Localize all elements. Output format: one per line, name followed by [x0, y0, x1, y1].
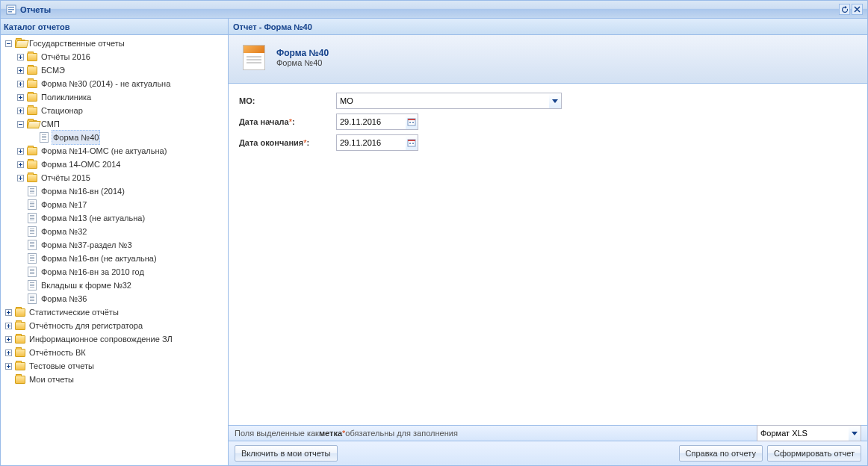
- tree-node[interactable]: Форма №16-вн за 2010 год: [1, 265, 228, 279]
- report-panel-header: Отчет - Форма №40: [229, 19, 867, 35]
- folder-open-icon: [14, 37, 26, 49]
- bottom-toolbar: Включить в мои отчеты Справка по отчету …: [229, 441, 867, 465]
- svg-rect-2: [8, 9, 14, 10]
- tree-node[interactable]: Форма №16-вн (2014): [1, 184, 228, 198]
- tree-label: Вкладыш к форме №32: [40, 279, 133, 292]
- document-icon: [26, 279, 38, 291]
- close-button[interactable]: [852, 4, 863, 15]
- tree-label: Форма №16-вн (2014): [40, 184, 126, 198]
- folder-icon: [26, 158, 38, 170]
- reports-window: Отчеты Каталог отчетов Государственные о…: [0, 0, 868, 466]
- tree-label: Стационар: [40, 104, 84, 117]
- note-bar: Поля выделенные как метка* обязательны д…: [229, 425, 867, 441]
- folder-icon: [26, 91, 38, 103]
- tree-node[interactable]: Форма №14-ОМС (не актуальна): [1, 144, 228, 158]
- tree-node[interactable]: Тестовые отчеты: [1, 359, 228, 373]
- tree-label: Форма №16-вн за 2010 год: [40, 265, 146, 279]
- include-button[interactable]: Включить в мои отчеты: [235, 445, 338, 462]
- report-panel: Отчет - Форма №40 Форма №40 Форма №40 МО…: [229, 19, 867, 465]
- date-end-field[interactable]: [336, 134, 418, 151]
- tree-label: Отчётность ВК: [28, 346, 87, 359]
- report-icon: [239, 43, 269, 72]
- chevron-down-icon[interactable]: [549, 93, 562, 109]
- tree-node[interactable]: Форма №32: [1, 225, 228, 238]
- tree-label: Государственные отчеты: [28, 37, 126, 50]
- tree-node[interactable]: Статистические отчёты: [1, 305, 228, 319]
- document-icon: [26, 185, 38, 197]
- window-title-bar: Отчеты: [1, 1, 867, 19]
- tree-node[interactable]: Форма №36: [1, 292, 228, 305]
- document-icon: [26, 252, 38, 264]
- folder-icon: [26, 172, 38, 184]
- tree-node-root[interactable]: Государственные отчеты: [1, 37, 228, 50]
- window-tools: [839, 4, 863, 15]
- tree-node[interactable]: Мои отчеты: [1, 373, 228, 386]
- reports-icon: [5, 4, 17, 16]
- tree-node[interactable]: Форма №30 (2014) - не актуальна: [1, 77, 228, 90]
- svg-rect-3: [8, 11, 12, 13]
- tree-label: Информационное сопровождение ЗЛ: [28, 332, 174, 346]
- folder-icon: [14, 360, 26, 372]
- format-input[interactable]: [757, 425, 861, 441]
- svg-rect-10: [409, 143, 411, 144]
- note-suffix: обязательны для заполнения: [345, 425, 458, 441]
- tree-label: Отчётность для регистратора: [28, 319, 144, 332]
- tree-node[interactable]: Вкладыш к форме №32: [1, 279, 228, 292]
- tree-label: Статистические отчёты: [28, 305, 120, 319]
- tree-node[interactable]: Отчётность ВК: [1, 346, 228, 359]
- tree-label: Мои отчеты: [28, 373, 75, 386]
- folder-icon: [26, 51, 38, 63]
- tree-label: СМП: [40, 117, 61, 131]
- generate-button[interactable]: Сформировать отчет: [767, 445, 861, 462]
- date-start-field[interactable]: [336, 114, 418, 130]
- folder-icon: [26, 145, 38, 157]
- tree-node[interactable]: Отчёты 2016: [1, 50, 228, 63]
- tree-label: Форма №13 (не актуальна): [40, 211, 146, 225]
- tree-label: Форма 14-ОМС 2014: [40, 158, 122, 171]
- tree-node[interactable]: Форма №13 (не актуальна): [1, 211, 228, 225]
- mo-input[interactable]: [336, 93, 562, 109]
- tree-label: БСМЭ: [40, 63, 66, 77]
- document-icon: [38, 131, 50, 143]
- catalog-panel: Каталог отчетов Государственные отчеты О…: [1, 19, 229, 465]
- help-button[interactable]: Справка по отчету: [679, 445, 763, 462]
- svg-rect-7: [412, 122, 414, 123]
- calendar-icon[interactable]: [406, 114, 418, 130]
- tree-node[interactable]: Отчёты 2015: [1, 171, 228, 184]
- tree-node[interactable]: Форма №16-вн (не актуальна): [1, 252, 228, 265]
- tree-label: Форма №37-раздел №3: [40, 238, 134, 252]
- report-head: Форма №40 Форма №40: [229, 35, 867, 84]
- tree-node-form40[interactable]: Форма №40: [1, 131, 228, 144]
- document-icon: [26, 293, 38, 305]
- document-icon: [26, 199, 38, 211]
- calendar-icon[interactable]: [406, 134, 418, 151]
- tree-node-smp[interactable]: СМП: [1, 117, 228, 131]
- tree-label: Форма №16-вн (не актуальна): [40, 252, 158, 265]
- chevron-down-icon[interactable]: [849, 425, 861, 441]
- folder-icon: [26, 105, 38, 116]
- date-end-label: Дата окончания*:: [239, 138, 336, 147]
- document-icon: [26, 212, 38, 224]
- format-select[interactable]: [757, 425, 861, 441]
- tree-label: Тестовые отчеты: [28, 359, 96, 373]
- tree-node[interactable]: Информационное сопровождение ЗЛ: [1, 332, 228, 346]
- document-icon: [26, 266, 38, 278]
- svg-rect-5: [408, 119, 415, 120]
- tree-node[interactable]: Поликлиника: [1, 90, 228, 104]
- tree-label: Форма №17: [40, 198, 88, 211]
- tree-node[interactable]: Форма №17: [1, 198, 228, 211]
- folder-icon: [14, 373, 26, 385]
- tree-label: Форма №36: [40, 292, 88, 305]
- tree-label: Поликлиника: [40, 90, 93, 104]
- refresh-button[interactable]: [839, 4, 850, 15]
- tree-node[interactable]: БСМЭ: [1, 63, 228, 77]
- mo-select[interactable]: [336, 93, 562, 109]
- mo-label: МО:: [239, 96, 336, 105]
- tree-node[interactable]: Форма 14-ОМС 2014: [1, 158, 228, 171]
- tree-node[interactable]: Стационар: [1, 104, 228, 117]
- tree-label: Форма №30 (2014) - не актуальна: [40, 77, 172, 90]
- tree-node[interactable]: Форма №37-раздел №3: [1, 238, 228, 252]
- tree-node[interactable]: Отчётность для регистратора: [1, 319, 228, 332]
- document-icon: [26, 239, 38, 251]
- svg-rect-6: [409, 122, 411, 123]
